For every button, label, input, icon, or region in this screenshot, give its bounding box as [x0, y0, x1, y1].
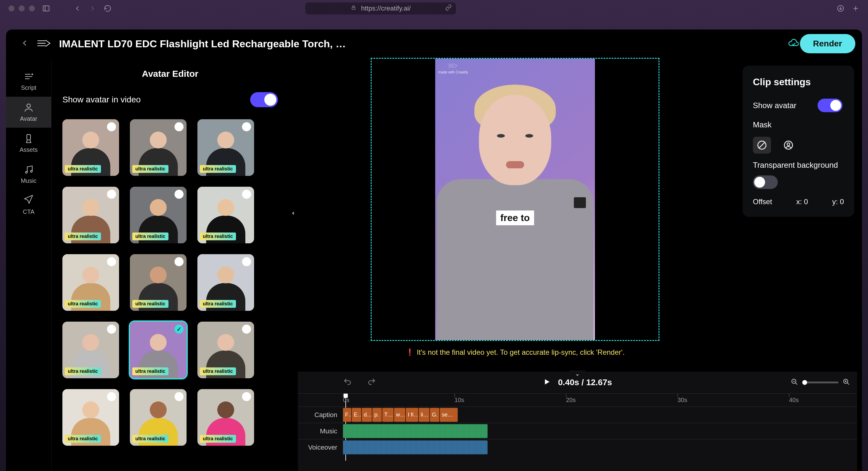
- avatar-tag: ultra realistic: [132, 367, 168, 375]
- app-header: IMALENT LD70 EDC Flashlight Led Recharge…: [6, 30, 862, 58]
- rail-label: CTA: [23, 208, 35, 215]
- rail-item-assets[interactable]: Assets: [6, 128, 51, 159]
- undo-icon[interactable]: [343, 377, 352, 388]
- avatar-card[interactable]: ultra realistic: [130, 322, 187, 378]
- select-indicator: [242, 190, 251, 199]
- avatar-tag: ultra realistic: [200, 435, 236, 443]
- settings-show-avatar-toggle[interactable]: [818, 99, 843, 112]
- reload-icon[interactable]: [104, 4, 112, 12]
- avatar-tag: ultra realistic: [200, 300, 236, 308]
- caption-clip[interactable]: E…: [352, 408, 361, 422]
- avatar-tag: ultra realistic: [65, 233, 101, 240]
- caption-clip[interactable]: p.: [372, 408, 382, 422]
- stage-bounding-box[interactable]: made with Creatify free to: [371, 58, 659, 341]
- project-title: IMALENT LD70 EDC Flashlight Led Recharge…: [59, 38, 782, 50]
- avatar-card[interactable]: ultra realistic: [197, 389, 254, 446]
- select-indicator: [175, 122, 184, 131]
- app-back-icon[interactable]: [20, 38, 30, 49]
- time-ruler[interactable]: 0s10s20s30s40s: [298, 393, 857, 407]
- transparent-bg-toggle[interactable]: [753, 175, 778, 189]
- avatar-tag: ultra realistic: [132, 300, 168, 308]
- share-icon[interactable]: [445, 4, 452, 13]
- select-indicator: [107, 325, 116, 334]
- zoom-out-icon[interactable]: [791, 378, 798, 387]
- app-frame: IMALENT LD70 EDC Flashlight Led Recharge…: [6, 30, 862, 471]
- zoom-in-icon[interactable]: [843, 378, 850, 387]
- avatar-card[interactable]: ultra realistic: [130, 254, 187, 311]
- collapse-panel-handle[interactable]: [289, 198, 298, 228]
- avatar-card[interactable]: ultra realistic: [130, 187, 187, 243]
- avatar-tag: ultra realistic: [132, 165, 168, 173]
- clip-settings-panel: Clip settings Show avatar Mask Transpare…: [743, 66, 854, 217]
- avatar-card[interactable]: ultra realistic: [130, 389, 187, 446]
- mask-none-button[interactable]: [753, 137, 771, 154]
- app-logo: [36, 38, 51, 49]
- svg-rect-2: [352, 7, 355, 9]
- caption-clip[interactable]: w…: [394, 408, 405, 422]
- avatar-card[interactable]: ultra realistic: [62, 119, 119, 176]
- rail-label: Music: [21, 177, 36, 184]
- new-tab-icon[interactable]: [852, 4, 860, 12]
- zoom-slider[interactable]: [802, 381, 838, 383]
- svg-point-14: [27, 104, 30, 107]
- ruler-tick: 20s: [566, 394, 576, 407]
- lock-icon: [351, 4, 356, 12]
- rail-item-music[interactable]: Music: [6, 159, 51, 190]
- transparent-label: Transparent background: [753, 160, 838, 170]
- avatar-card[interactable]: ultra realistic: [130, 119, 187, 176]
- redo-icon[interactable]: [367, 377, 376, 388]
- watermark: made with Creatify: [438, 62, 468, 74]
- timeline: 0.40s / 12.67s 0s10s20s30s40s Caption F……: [298, 372, 857, 471]
- play-icon[interactable]: [543, 378, 551, 387]
- show-avatar-label: Show avatar in video: [62, 95, 141, 104]
- avatar-card[interactable]: ultra realistic: [62, 254, 119, 311]
- avatar-card[interactable]: ultra realistic: [62, 389, 119, 446]
- select-indicator: [175, 392, 184, 401]
- caption-clip[interactable]: I fi…: [406, 408, 418, 422]
- offset-y: y: 0: [832, 198, 844, 206]
- avatar-card[interactable]: ultra realistic: [197, 322, 254, 378]
- ruler-tick: 30s: [678, 394, 687, 407]
- video-preview: made with Creatify free to: [435, 59, 595, 340]
- render-button[interactable]: Render: [800, 34, 855, 53]
- editor-title: Avatar Editor: [62, 69, 278, 79]
- show-avatar-label-2: Show avatar: [753, 101, 797, 110]
- svg-point-24: [787, 143, 790, 146]
- caption-clip[interactable]: G.: [430, 408, 439, 422]
- avatar-card[interactable]: ultra realistic: [62, 322, 119, 378]
- voiceover-clip[interactable]: [343, 440, 488, 455]
- avatar-tag: ultra realistic: [132, 233, 168, 240]
- settings-title: Clip settings: [753, 76, 844, 88]
- music-clip[interactable]: [343, 424, 488, 438]
- svg-rect-0: [43, 6, 49, 11]
- avatar-grid: ultra realisticultra realisticultra real…: [62, 119, 278, 461]
- select-indicator: [107, 122, 116, 131]
- caption-clip[interactable]: d…: [362, 408, 372, 422]
- download-icon[interactable]: [837, 4, 844, 12]
- avatar-card[interactable]: ultra realistic: [197, 119, 254, 176]
- track-caption: Caption F…E…d…p.T…w…I fi…li…G.se…: [298, 407, 857, 423]
- avatar-tag: ultra realistic: [65, 165, 101, 173]
- address-bar[interactable]: https://creatify.ai/: [305, 2, 456, 14]
- render-hint: ❗ It's not the final video yet. To get a…: [406, 348, 625, 357]
- caption-clip[interactable]: se…: [440, 408, 458, 422]
- avatar-card[interactable]: ultra realistic: [197, 187, 254, 243]
- show-avatar-toggle[interactable]: [250, 92, 278, 107]
- avatar-tag: ultra realistic: [132, 435, 168, 443]
- avatar-tag: ultra realistic: [200, 367, 236, 375]
- nav-back-icon[interactable]: [73, 4, 82, 12]
- select-indicator: [175, 257, 184, 266]
- mask-circle-button[interactable]: [779, 137, 798, 154]
- caption-clip[interactable]: T…: [382, 408, 394, 422]
- rail-item-cta[interactable]: CTA: [6, 190, 51, 221]
- sidebar-toggle-icon[interactable]: [42, 4, 50, 12]
- caption-clip[interactable]: F…: [343, 408, 351, 422]
- avatar-card[interactable]: ultra realistic: [197, 254, 254, 311]
- rail-item-script[interactable]: Script: [6, 66, 51, 97]
- select-indicator: [107, 392, 116, 401]
- live-caption: free to: [496, 210, 534, 225]
- rail-item-avatar[interactable]: Avatar: [6, 97, 51, 128]
- window-controls[interactable]: [8, 5, 35, 11]
- avatar-card[interactable]: ultra realistic: [62, 187, 119, 243]
- caption-clip[interactable]: li…: [418, 408, 430, 422]
